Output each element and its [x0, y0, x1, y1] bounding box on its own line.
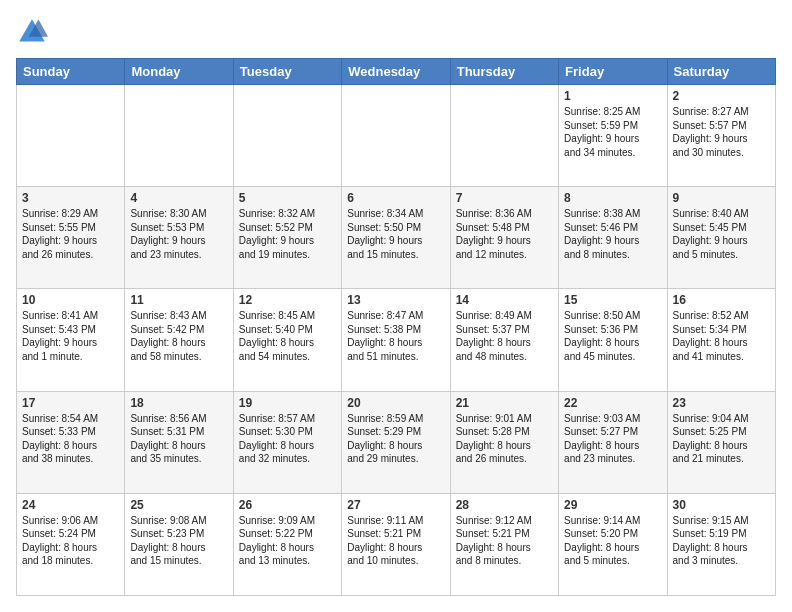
table-row: 10Sunrise: 8:41 AM Sunset: 5:43 PM Dayli… — [17, 289, 125, 391]
day-number: 14 — [456, 293, 553, 307]
table-row: 27Sunrise: 9:11 AM Sunset: 5:21 PM Dayli… — [342, 493, 450, 595]
table-row — [342, 85, 450, 187]
day-info: Sunrise: 8:27 AM Sunset: 5:57 PM Dayligh… — [673, 105, 770, 159]
table-row: 3Sunrise: 8:29 AM Sunset: 5:55 PM Daylig… — [17, 187, 125, 289]
calendar-week: 3Sunrise: 8:29 AM Sunset: 5:55 PM Daylig… — [17, 187, 776, 289]
day-info: Sunrise: 8:41 AM Sunset: 5:43 PM Dayligh… — [22, 309, 119, 363]
day-number: 10 — [22, 293, 119, 307]
table-row: 8Sunrise: 8:38 AM Sunset: 5:46 PM Daylig… — [559, 187, 667, 289]
day-info: Sunrise: 8:47 AM Sunset: 5:38 PM Dayligh… — [347, 309, 444, 363]
day-info: Sunrise: 8:34 AM Sunset: 5:50 PM Dayligh… — [347, 207, 444, 261]
table-row: 9Sunrise: 8:40 AM Sunset: 5:45 PM Daylig… — [667, 187, 775, 289]
table-row: 6Sunrise: 8:34 AM Sunset: 5:50 PM Daylig… — [342, 187, 450, 289]
logo — [16, 16, 52, 48]
calendar-week: 1Sunrise: 8:25 AM Sunset: 5:59 PM Daylig… — [17, 85, 776, 187]
weekday-header: Sunday — [17, 59, 125, 85]
day-number: 3 — [22, 191, 119, 205]
day-info: Sunrise: 8:29 AM Sunset: 5:55 PM Dayligh… — [22, 207, 119, 261]
day-number: 19 — [239, 396, 336, 410]
calendar-week: 24Sunrise: 9:06 AM Sunset: 5:24 PM Dayli… — [17, 493, 776, 595]
day-number: 17 — [22, 396, 119, 410]
day-number: 18 — [130, 396, 227, 410]
day-number: 2 — [673, 89, 770, 103]
day-info: Sunrise: 9:15 AM Sunset: 5:19 PM Dayligh… — [673, 514, 770, 568]
table-row: 12Sunrise: 8:45 AM Sunset: 5:40 PM Dayli… — [233, 289, 341, 391]
weekday-header: Thursday — [450, 59, 558, 85]
day-number: 21 — [456, 396, 553, 410]
table-row — [233, 85, 341, 187]
table-row: 22Sunrise: 9:03 AM Sunset: 5:27 PM Dayli… — [559, 391, 667, 493]
table-row: 24Sunrise: 9:06 AM Sunset: 5:24 PM Dayli… — [17, 493, 125, 595]
day-number: 4 — [130, 191, 227, 205]
table-row: 1Sunrise: 8:25 AM Sunset: 5:59 PM Daylig… — [559, 85, 667, 187]
table-row: 19Sunrise: 8:57 AM Sunset: 5:30 PM Dayli… — [233, 391, 341, 493]
day-info: Sunrise: 8:57 AM Sunset: 5:30 PM Dayligh… — [239, 412, 336, 466]
page: SundayMondayTuesdayWednesdayThursdayFrid… — [0, 0, 792, 612]
table-row: 21Sunrise: 9:01 AM Sunset: 5:28 PM Dayli… — [450, 391, 558, 493]
day-info: Sunrise: 9:03 AM Sunset: 5:27 PM Dayligh… — [564, 412, 661, 466]
table-row — [450, 85, 558, 187]
table-row: 16Sunrise: 8:52 AM Sunset: 5:34 PM Dayli… — [667, 289, 775, 391]
calendar-week: 17Sunrise: 8:54 AM Sunset: 5:33 PM Dayli… — [17, 391, 776, 493]
day-number: 29 — [564, 498, 661, 512]
day-info: Sunrise: 9:09 AM Sunset: 5:22 PM Dayligh… — [239, 514, 336, 568]
table-row: 25Sunrise: 9:08 AM Sunset: 5:23 PM Dayli… — [125, 493, 233, 595]
day-number: 1 — [564, 89, 661, 103]
day-info: Sunrise: 8:52 AM Sunset: 5:34 PM Dayligh… — [673, 309, 770, 363]
day-info: Sunrise: 9:12 AM Sunset: 5:21 PM Dayligh… — [456, 514, 553, 568]
table-row: 26Sunrise: 9:09 AM Sunset: 5:22 PM Dayli… — [233, 493, 341, 595]
day-number: 30 — [673, 498, 770, 512]
day-number: 9 — [673, 191, 770, 205]
table-row: 4Sunrise: 8:30 AM Sunset: 5:53 PM Daylig… — [125, 187, 233, 289]
day-info: Sunrise: 8:40 AM Sunset: 5:45 PM Dayligh… — [673, 207, 770, 261]
table-row: 28Sunrise: 9:12 AM Sunset: 5:21 PM Dayli… — [450, 493, 558, 595]
day-info: Sunrise: 9:01 AM Sunset: 5:28 PM Dayligh… — [456, 412, 553, 466]
day-info: Sunrise: 8:25 AM Sunset: 5:59 PM Dayligh… — [564, 105, 661, 159]
day-number: 23 — [673, 396, 770, 410]
day-info: Sunrise: 8:56 AM Sunset: 5:31 PM Dayligh… — [130, 412, 227, 466]
table-row: 20Sunrise: 8:59 AM Sunset: 5:29 PM Dayli… — [342, 391, 450, 493]
day-info: Sunrise: 8:45 AM Sunset: 5:40 PM Dayligh… — [239, 309, 336, 363]
day-number: 15 — [564, 293, 661, 307]
day-info: Sunrise: 9:04 AM Sunset: 5:25 PM Dayligh… — [673, 412, 770, 466]
table-row: 29Sunrise: 9:14 AM Sunset: 5:20 PM Dayli… — [559, 493, 667, 595]
day-number: 20 — [347, 396, 444, 410]
table-row: 15Sunrise: 8:50 AM Sunset: 5:36 PM Dayli… — [559, 289, 667, 391]
table-row: 13Sunrise: 8:47 AM Sunset: 5:38 PM Dayli… — [342, 289, 450, 391]
day-number: 28 — [456, 498, 553, 512]
day-info: Sunrise: 8:43 AM Sunset: 5:42 PM Dayligh… — [130, 309, 227, 363]
weekday-header: Monday — [125, 59, 233, 85]
calendar: SundayMondayTuesdayWednesdayThursdayFrid… — [16, 58, 776, 596]
day-info: Sunrise: 9:14 AM Sunset: 5:20 PM Dayligh… — [564, 514, 661, 568]
weekday-header: Friday — [559, 59, 667, 85]
day-info: Sunrise: 8:38 AM Sunset: 5:46 PM Dayligh… — [564, 207, 661, 261]
table-row: 14Sunrise: 8:49 AM Sunset: 5:37 PM Dayli… — [450, 289, 558, 391]
day-number: 11 — [130, 293, 227, 307]
table-row — [17, 85, 125, 187]
header-row: SundayMondayTuesdayWednesdayThursdayFrid… — [17, 59, 776, 85]
table-row: 5Sunrise: 8:32 AM Sunset: 5:52 PM Daylig… — [233, 187, 341, 289]
table-row — [125, 85, 233, 187]
day-number: 16 — [673, 293, 770, 307]
day-info: Sunrise: 8:32 AM Sunset: 5:52 PM Dayligh… — [239, 207, 336, 261]
day-number: 25 — [130, 498, 227, 512]
day-info: Sunrise: 8:49 AM Sunset: 5:37 PM Dayligh… — [456, 309, 553, 363]
calendar-week: 10Sunrise: 8:41 AM Sunset: 5:43 PM Dayli… — [17, 289, 776, 391]
table-row: 7Sunrise: 8:36 AM Sunset: 5:48 PM Daylig… — [450, 187, 558, 289]
table-row: 30Sunrise: 9:15 AM Sunset: 5:19 PM Dayli… — [667, 493, 775, 595]
weekday-header: Tuesday — [233, 59, 341, 85]
day-number: 8 — [564, 191, 661, 205]
day-number: 26 — [239, 498, 336, 512]
table-row: 11Sunrise: 8:43 AM Sunset: 5:42 PM Dayli… — [125, 289, 233, 391]
day-info: Sunrise: 8:36 AM Sunset: 5:48 PM Dayligh… — [456, 207, 553, 261]
day-number: 6 — [347, 191, 444, 205]
day-info: Sunrise: 8:54 AM Sunset: 5:33 PM Dayligh… — [22, 412, 119, 466]
day-info: Sunrise: 9:06 AM Sunset: 5:24 PM Dayligh… — [22, 514, 119, 568]
day-number: 13 — [347, 293, 444, 307]
weekday-header: Wednesday — [342, 59, 450, 85]
day-info: Sunrise: 9:11 AM Sunset: 5:21 PM Dayligh… — [347, 514, 444, 568]
day-number: 24 — [22, 498, 119, 512]
logo-icon — [16, 16, 48, 48]
day-number: 22 — [564, 396, 661, 410]
table-row: 17Sunrise: 8:54 AM Sunset: 5:33 PM Dayli… — [17, 391, 125, 493]
